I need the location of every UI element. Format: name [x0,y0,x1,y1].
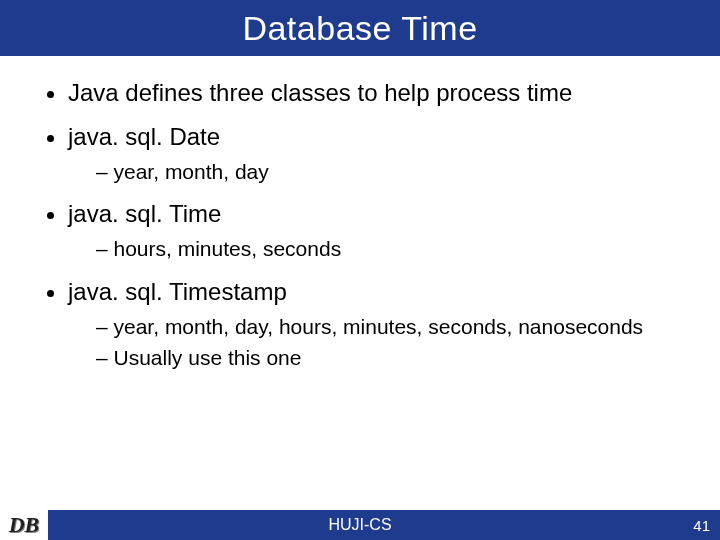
sub-timestamp: year, month, day, hours, minutes, second… [28,313,692,372]
slide-title: Database Time [242,9,477,48]
footer-bar: HUJI-CS 41 [0,510,720,540]
footer-center: HUJI-CS [0,516,720,534]
sub-ts-desc2: Usually use this one [96,344,692,371]
bullet-intro: Java defines three classes to help proce… [68,78,692,108]
sub-time-desc: hours, minutes, seconds [96,235,692,262]
footer-left-badge: DB [0,510,48,540]
bullet-list: Java defines three classes to help proce… [28,78,692,152]
bullet-time: java. sql. Time [68,199,692,229]
sub-date: year, month, day [28,158,692,185]
page-number: 41 [693,517,710,534]
sub-date-desc: year, month, day [96,158,692,185]
sub-time: hours, minutes, seconds [28,235,692,262]
sub-ts-desc1: year, month, day, hours, minutes, second… [96,313,692,340]
bullet-date: java. sql. Date [68,122,692,152]
db-label: DB [9,512,40,538]
title-bar: Database Time [0,0,720,56]
slide-content: Java defines three classes to help proce… [0,56,720,371]
bullet-list-2: java. sql. Time [28,199,692,229]
bullet-list-3: java. sql. Timestamp [28,277,692,307]
bullet-timestamp: java. sql. Timestamp [68,277,692,307]
